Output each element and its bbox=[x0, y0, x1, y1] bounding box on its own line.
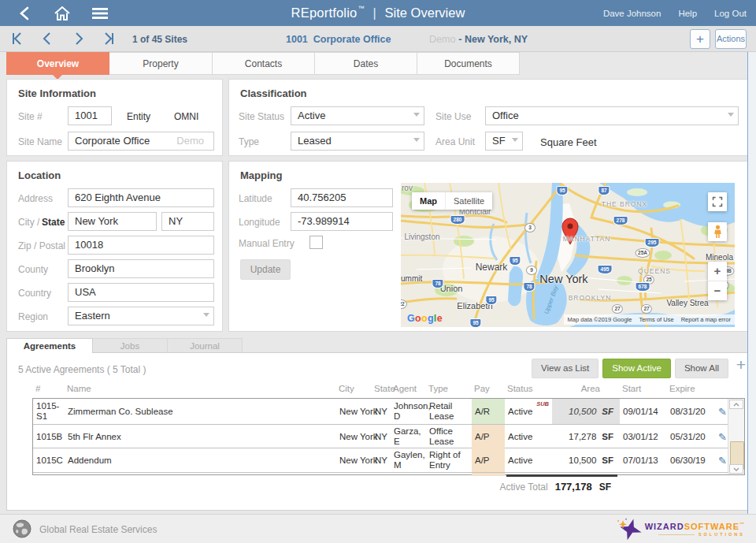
map-place-label: MANHATTAN bbox=[563, 235, 611, 243]
scroll-up-button[interactable] bbox=[729, 400, 743, 409]
edit-icon[interactable]: ✎ bbox=[713, 448, 729, 472]
menu-icon[interactable] bbox=[87, 4, 113, 23]
google-map[interactable]: Livingston Montclair Newark Union Elizab… bbox=[401, 183, 735, 327]
section-title: Site Information bbox=[18, 87, 96, 99]
site-status-select[interactable]: Active bbox=[291, 106, 424, 125]
trademark: ™ bbox=[358, 5, 364, 12]
view-as-list-button[interactable]: View as List bbox=[532, 359, 598, 378]
logout-link[interactable]: Log Out bbox=[714, 9, 747, 18]
terms-of-use-link[interactable]: Terms of Use bbox=[639, 316, 673, 323]
table-scrollbar[interactable] bbox=[728, 399, 744, 474]
tab-documents[interactable]: Documents bbox=[417, 52, 520, 75]
help-link[interactable]: Help bbox=[678, 9, 697, 18]
home-icon[interactable] bbox=[49, 4, 76, 23]
fullscreen-icon[interactable] bbox=[708, 192, 727, 211]
region-select[interactable]: Eastern bbox=[68, 307, 214, 325]
area-unit-select[interactable]: SF bbox=[485, 132, 523, 151]
route-shield: 678 bbox=[636, 282, 650, 292]
user-menu[interactable]: Dave Johnson bbox=[603, 9, 662, 18]
agreement-type: Office Lease bbox=[426, 425, 472, 448]
first-record-icon[interactable] bbox=[9, 30, 28, 49]
zip-field[interactable]: 10018 bbox=[68, 236, 214, 255]
city-field[interactable]: New York bbox=[68, 212, 157, 231]
next-record-icon[interactable] bbox=[69, 30, 88, 49]
agreement-area: 17,278 SF bbox=[552, 425, 620, 448]
current-site: 1001Corporate Office bbox=[286, 34, 391, 45]
map-place-label: ummit bbox=[401, 274, 422, 283]
brand-name: REportfolio bbox=[291, 6, 358, 20]
column-header: Expire bbox=[666, 384, 712, 393]
column-header: State bbox=[371, 384, 390, 393]
country-label: Country bbox=[18, 288, 51, 299]
back-icon[interactable] bbox=[11, 4, 38, 23]
update-button[interactable]: Update bbox=[240, 259, 291, 280]
page-scrollbar-track[interactable] bbox=[747, 52, 756, 514]
longitude-field[interactable]: -73.989914 bbox=[291, 212, 393, 231]
page-title: REportfolio™ | Site Overview bbox=[291, 0, 465, 26]
active-total-label: Active Total bbox=[500, 482, 548, 493]
map-type-map-button[interactable]: Map bbox=[412, 192, 445, 210]
table-row[interactable]: 1015-S1 Zimmerman Co. Sublease New York … bbox=[33, 399, 744, 425]
agreement-type: Right of Entry bbox=[426, 448, 472, 472]
tab-overview[interactable]: Overview bbox=[6, 52, 109, 75]
report-map-error-link[interactable]: Report a map error bbox=[681, 316, 731, 323]
tab-contacts[interactable]: Contacts bbox=[213, 52, 315, 75]
map-place-label: Livingston bbox=[404, 232, 439, 241]
route-shield: 78 bbox=[523, 282, 535, 292]
route-shield: 25A bbox=[636, 248, 650, 258]
county-field[interactable]: Brooklyn bbox=[68, 259, 214, 278]
zoom-in-button[interactable]: + bbox=[708, 262, 727, 281]
logo-wizard-text: WIZARD bbox=[645, 522, 684, 531]
tab-agreements[interactable]: Agreements bbox=[6, 338, 93, 353]
map-place-label: QUEENS bbox=[638, 267, 671, 275]
site-use-select[interactable]: Office bbox=[485, 106, 739, 125]
table-row[interactable]: 1015B 5th Flr Annex New York NY Garza, E… bbox=[33, 425, 744, 448]
agreement-pay: A/R bbox=[472, 399, 505, 424]
tab-jobs[interactable]: Jobs bbox=[93, 338, 168, 353]
agreement-number: 1015-S1 bbox=[33, 399, 65, 424]
wizard-software-logo[interactable]: WIZARDSOFTWARE™ SOLUTIONS bbox=[615, 518, 745, 541]
scroll-down-button[interactable] bbox=[729, 464, 743, 474]
state-field[interactable]: NY bbox=[161, 212, 214, 231]
column-header: City bbox=[335, 384, 371, 393]
state-label: State bbox=[42, 217, 65, 228]
pegman-icon[interactable] bbox=[708, 222, 727, 241]
address-field[interactable]: 620 Eighth Avenue bbox=[68, 188, 214, 207]
latitude-field[interactable]: 40.756205 bbox=[291, 188, 393, 207]
zoom-out-button[interactable]: − bbox=[708, 281, 727, 300]
add-site-button[interactable]: + bbox=[690, 29, 710, 49]
zip-label: Zip / Postal bbox=[18, 240, 65, 251]
tab-property[interactable]: Property bbox=[109, 52, 213, 75]
country-field[interactable]: USA bbox=[68, 283, 214, 302]
actions-button[interactable]: Actions bbox=[715, 29, 747, 49]
agreements-table: 1015-S1 Zimmerman Co. Sublease New York … bbox=[32, 398, 745, 475]
route-shield: 95 bbox=[485, 296, 497, 305]
record-navbar: 1 of 45 Sites 1001Corporate Office Demo-… bbox=[0, 26, 756, 52]
show-active-button[interactable]: Show Active bbox=[602, 359, 671, 378]
record-count: 1 of 45 Sites bbox=[132, 34, 187, 45]
edit-icon[interactable]: ✎ bbox=[713, 399, 729, 424]
type-select[interactable]: Leased bbox=[291, 132, 424, 151]
column-header: # bbox=[32, 384, 64, 393]
site-status-label: Site Status bbox=[239, 111, 284, 122]
site-number-field[interactable]: 1001 bbox=[68, 106, 112, 125]
site-name-field[interactable]: Corporate Office Demo bbox=[68, 132, 214, 151]
agreement-pay: A/P bbox=[472, 425, 505, 448]
area-value: 10,500 bbox=[569, 456, 596, 465]
edit-icon[interactable]: ✎ bbox=[713, 425, 729, 448]
show-all-button[interactable]: Show All bbox=[675, 359, 728, 378]
location-panel: Location Address 620 Eighth Avenue City … bbox=[6, 161, 223, 332]
table-row[interactable]: 1015C Addendum New York NY Gaylen, M Rig… bbox=[33, 448, 744, 473]
last-record-icon[interactable] bbox=[99, 30, 118, 49]
tab-journal[interactable]: Journal bbox=[168, 338, 243, 353]
column-header: Name bbox=[64, 384, 335, 393]
add-agreement-button[interactable]: + bbox=[736, 356, 746, 373]
logo-trademark: ™ bbox=[739, 522, 745, 526]
tab-dates[interactable]: Dates bbox=[315, 52, 417, 75]
google-letter: e bbox=[437, 313, 443, 324]
manual-entry-checkbox[interactable] bbox=[309, 236, 323, 249]
google-logo[interactable]: Google bbox=[407, 313, 443, 324]
entity-value: OMNI bbox=[174, 111, 198, 122]
map-type-satellite-button[interactable]: Satellite bbox=[445, 192, 492, 210]
prev-record-icon[interactable] bbox=[39, 30, 58, 49]
